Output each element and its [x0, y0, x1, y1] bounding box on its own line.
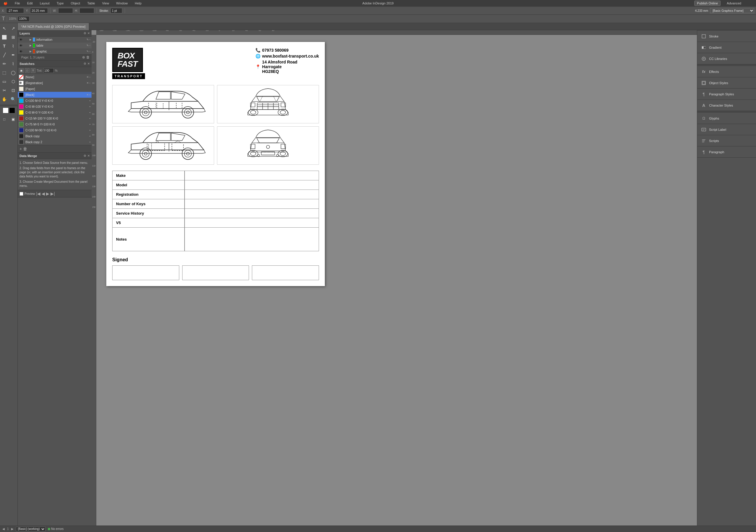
x-input[interactable] [6, 8, 24, 13]
type-tool[interactable]: T [0, 42, 9, 50]
fill-color[interactable] [3, 107, 9, 113]
tint-input[interactable] [43, 68, 54, 73]
preview-mode[interactable]: ▣ [9, 115, 17, 123]
tab-bar: *A4 NCR Pads.indd @ 100% [GPU Preview] [18, 23, 378, 30]
layer-row-information[interactable]: 👁 ▶ information ✎ ▫ [18, 37, 92, 42]
vertical-ruler: -10 0 10 20 30 40 50 60 70 80 90 100 110… [92, 35, 96, 266]
ellipse-frame-tool[interactable]: ◯ [9, 68, 17, 77]
ruler-mark-13: 80 [272, 30, 274, 31]
swatch-c15m100y100[interactable]: C=15 M=100 Y=100 K=0 ▪ [18, 116, 92, 121]
color-mode-btn[interactable]: T [31, 68, 36, 73]
rect-tool[interactable]: ▭ [0, 77, 9, 86]
type-on-path[interactable]: ⌇ [9, 42, 17, 50]
menu-layout[interactable]: Layout [39, 1, 51, 6]
menu-table[interactable]: Table [86, 1, 96, 6]
fill-mode-btn[interactable]: ▣ [19, 68, 24, 73]
swatch-sq-none: ▫ [90, 76, 90, 79]
layer-row-table[interactable]: 👁 ▶ table ✎ ▫ [18, 42, 92, 48]
h-input[interactable] [79, 8, 94, 13]
menu-window[interactable]: Window [115, 1, 129, 6]
ruler-mark-11: 40 [245, 30, 248, 31]
menu-view[interactable]: View [101, 1, 110, 6]
w-input[interactable] [58, 8, 73, 13]
direct-select-tool[interactable]: ↗ [9, 24, 17, 33]
layer-row-graphic[interactable]: 👁 ▶ graphic ✎ ▫ [18, 48, 92, 54]
new-swatch-btn[interactable]: + [19, 146, 22, 151]
swatches-panel-menu[interactable]: ⚙ [84, 62, 86, 65]
stroke-color[interactable] [9, 107, 15, 113]
hand-tool[interactable]: ✋ [0, 95, 9, 103]
pen-tool[interactable]: ✒ [9, 51, 17, 59]
layer-lock-table[interactable] [24, 43, 28, 47]
menu-type[interactable]: Type [56, 1, 65, 6]
data-merge-title: Data Merge [19, 154, 37, 158]
layer-lock-information[interactable] [24, 38, 28, 41]
menu-apple[interactable]: 🍎 [2, 1, 9, 6]
gap-tool[interactable]: ⊞ [9, 33, 17, 41]
nav-prev[interactable]: ◀ [41, 191, 45, 196]
zoom-tool[interactable]: 🔍 [9, 95, 17, 103]
type-tool-icon[interactable]: T [2, 16, 5, 22]
data-merge-menu[interactable]: ⚙ [84, 154, 86, 157]
nav-next[interactable]: ▶ [46, 191, 49, 196]
menu-help[interactable]: Help [133, 1, 143, 6]
swatch-sq-blackcopy: ▪ [90, 135, 90, 138]
swatches-panel-header[interactable]: Swatches ⚙ ✕ [18, 61, 92, 67]
swatch-magenta[interactable]: C=0 M=100 Y=0 K=0 ▪ [18, 104, 92, 110]
layers-panel-header[interactable]: Layers ⚙ ✕ [18, 30, 92, 37]
layer-eye-information[interactable]: 👁 [19, 38, 23, 41]
swatch-x-registration: ✕ [87, 82, 89, 84]
data-merge-close[interactable]: ✕ [87, 154, 90, 157]
layer-color-graphic [33, 49, 35, 53]
rect-frame-tool[interactable]: ⬚ [0, 68, 9, 77]
canvas-area[interactable]: -180 -160 -140 -120 -100 -80 -60 -40 -20… [92, 30, 378, 266]
swatch-none[interactable]: [None] ✕ ▫ [18, 74, 92, 80]
smooth-tool[interactable]: ⌇ [9, 60, 17, 68]
layer-icons-graphic: ✎ ▫ [87, 50, 90, 53]
preview-checkbox[interactable] [19, 192, 23, 196]
zoom-input[interactable] [18, 16, 30, 21]
line-tool[interactable]: ╱ [0, 51, 9, 59]
layer-eye-table[interactable]: 👁 [19, 43, 23, 47]
tool-group-scissors: ✂ ⊡ [0, 86, 17, 94]
data-merge-header[interactable]: Data Merge ⚙ ✕ [18, 153, 92, 159]
nav-first[interactable]: |◀ [36, 191, 41, 196]
stroke-mode-btn[interactable]: □ [25, 68, 30, 73]
menu-file[interactable]: File [14, 1, 21, 6]
swatch-c75m5y100[interactable]: C=75 M=5 Y=100 K=0 ▪ [18, 121, 92, 127]
swatches-list: [None] ✕ ▫ ⊕ [Registration] ✕ ▫ [Paper] [18, 74, 92, 145]
swatch-blackcopy2[interactable]: Black copy 2 ▪ [18, 139, 92, 145]
menu-object[interactable]: Object [70, 1, 82, 6]
layer-lock-graphic[interactable] [24, 49, 28, 53]
poly-tool[interactable]: ⬡ [9, 77, 17, 86]
free-transform[interactable]: ⊡ [9, 86, 17, 94]
layers-panel-close[interactable]: ✕ [87, 32, 90, 35]
layers-panel-title: Layers [19, 32, 30, 35]
swatch-registration[interactable]: ⊕ [Registration] ✕ ▫ [18, 80, 92, 86]
layer-eye-graphic[interactable]: 👁 [19, 49, 23, 53]
delete-layer-button[interactable]: 🗑 [86, 55, 90, 60]
swatch-cyan[interactable]: C=100 M=0 Y=0 K=0 ▪ [18, 98, 92, 104]
page-tool[interactable]: ⬜ [0, 33, 9, 41]
swatches-panel-close[interactable]: ✕ [87, 62, 90, 65]
swatch-c100m90y10[interactable]: C=100 M=90 Y=10 K=0 ▪ [18, 127, 92, 133]
new-layer-button[interactable]: ⊕ [82, 55, 85, 60]
swatch-paper[interactable]: [Paper] [18, 86, 92, 92]
layers-panel-menu[interactable]: ⚙ [84, 32, 86, 35]
vruler-mark-2: 0 [92, 51, 93, 53]
select-tool[interactable]: ↖ [0, 24, 9, 33]
swatch-blackcopy[interactable]: Black copy ▪ [18, 133, 92, 139]
delete-swatch-btn[interactable]: 🗑 [23, 146, 27, 151]
swatch-black[interactable]: [Black] ✕ ▪ [18, 92, 92, 98]
active-tab[interactable]: *A4 NCR Pads.indd @ 100% [GPU Preview] [18, 23, 89, 30]
stroke-input[interactable] [110, 8, 122, 13]
normal-mode[interactable]: □ [0, 115, 9, 123]
pencil-tool[interactable]: ✏ [0, 60, 9, 68]
scissors-tool[interactable]: ✂ [0, 86, 9, 94]
y-input[interactable] [30, 8, 48, 13]
menu-edit[interactable]: Edit [26, 1, 34, 6]
swatch-yellow[interactable]: C=0 M=0 Y=100 K=0 ▪ [18, 110, 92, 116]
nav-last[interactable]: ▶| [50, 191, 55, 196]
car-front-svg [217, 85, 319, 123]
swatch-sq-magenta: ▪ [90, 105, 90, 108]
